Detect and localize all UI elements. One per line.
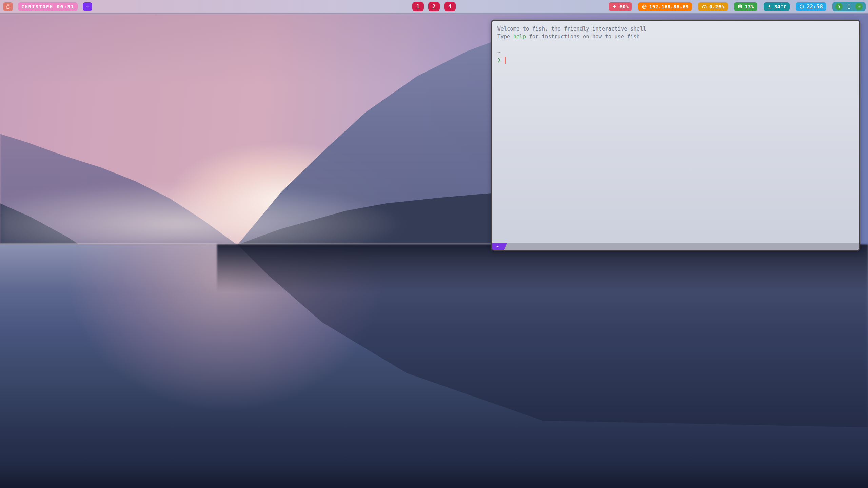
network-value: 192.168.86.69 [649,4,689,9]
workspace-label: 2 [432,4,436,10]
terminal-help-line: Type help for instructions on how to use… [497,33,854,41]
terminal-cursor [505,57,506,64]
prompt-chevron-icon [497,57,501,63]
check-icon[interactable] [855,3,863,10]
volume-value: 60% [619,4,629,9]
terminal-cwd-line: ~ [497,48,854,56]
system-tray [832,2,866,11]
desktop: CHRISTOPH 00:31 ~ 1 2 4 [0,0,868,488]
workspace-label: 4 [448,4,452,10]
help-keyword: help [513,34,526,40]
phone-icon[interactable] [846,4,852,9]
directory-label: ~ [86,4,89,9]
workspace-switcher: 1 2 4 [412,0,456,13]
cpu-value: 0.26% [709,4,725,9]
workspace-button-4[interactable]: 4 [444,2,456,11]
thermometer-icon [767,4,772,9]
speaker-icon [612,4,617,9]
clock-value: 22:58 [807,4,823,10]
workspace-button-2[interactable]: 2 [428,2,440,11]
terminal-window[interactable]: Welcome to fish, the friendly interactiv… [491,20,860,251]
user-clock-label: CHRISTOPH 00:31 [21,4,74,9]
memory-icon [737,4,743,9]
terminal-blank-line [497,41,854,48]
cpu-module[interactable]: 0.26% [698,2,728,11]
key-icon[interactable] [835,3,843,10]
workspace-button-1[interactable]: 1 [412,2,424,11]
bar-right-group: 60% 192.168.86.69 [609,0,866,13]
bar-left-group: CHRISTOPH 00:31 ~ [3,0,92,13]
terminal-status-bar: ~ [492,243,859,250]
wallpaper-tree-reflection [217,244,868,292]
terminal-welcome-line: Welcome to fish, the friendly interactiv… [497,25,854,33]
temperature-module[interactable]: 34°C [764,2,790,11]
user-clock-badge[interactable]: CHRISTOPH 00:31 [18,2,78,11]
volume-module[interactable]: 60% [609,2,632,11]
gauge-icon [702,4,707,9]
directory-badge[interactable]: ~ [83,2,92,11]
wallpaper-mist [0,169,509,247]
tux-icon [5,4,11,9]
memory-module[interactable]: 13% [734,2,757,11]
memory-value: 13% [745,4,754,9]
terminal-prompt-line[interactable] [497,56,854,64]
clock-icon [799,4,804,9]
top-bar: CHRISTOPH 00:31 ~ 1 2 4 [0,0,868,14]
network-module[interactable]: 192.168.86.69 [638,2,692,11]
temperature-value: 34°C [774,4,787,9]
terminal-output[interactable]: Welcome to fish, the friendly interactiv… [492,21,859,243]
clock-module[interactable]: 22:58 [796,2,826,11]
workspace-label: 1 [416,4,420,10]
launcher-button[interactable] [3,2,13,11]
terminal-status-tag: ~ [492,243,507,250]
globe-icon [642,4,647,9]
